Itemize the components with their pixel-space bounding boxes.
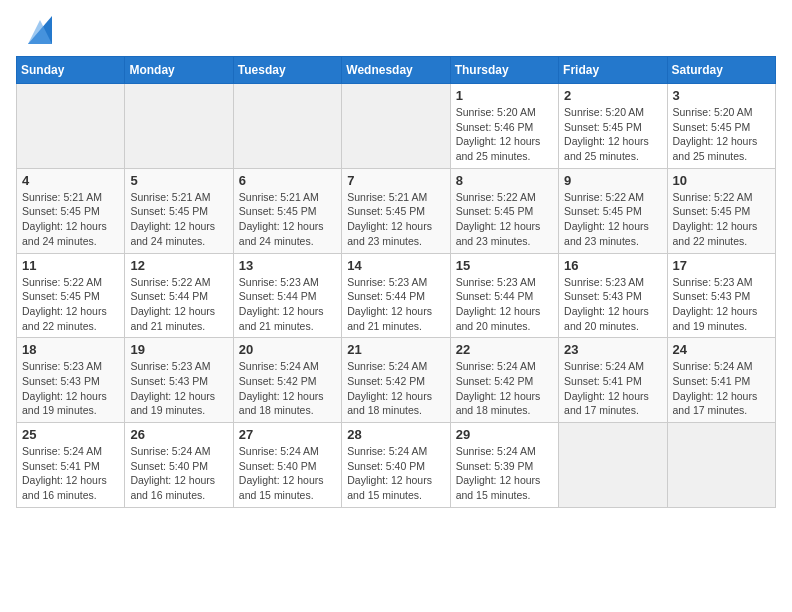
day-detail: Sunrise: 5:23 AMSunset: 5:43 PMDaylight:…: [22, 359, 119, 418]
calendar-cell: 5Sunrise: 5:21 AMSunset: 5:45 PMDaylight…: [125, 168, 233, 253]
day-number: 1: [456, 88, 553, 103]
day-number: 19: [130, 342, 227, 357]
day-number: 16: [564, 258, 661, 273]
calendar-table: SundayMondayTuesdayWednesdayThursdayFrid…: [16, 56, 776, 508]
day-detail: Sunrise: 5:24 AMSunset: 5:41 PMDaylight:…: [673, 359, 770, 418]
day-number: 3: [673, 88, 770, 103]
day-detail: Sunrise: 5:24 AMSunset: 5:39 PMDaylight:…: [456, 444, 553, 503]
day-detail: Sunrise: 5:24 AMSunset: 5:40 PMDaylight:…: [347, 444, 444, 503]
day-detail: Sunrise: 5:23 AMSunset: 5:43 PMDaylight:…: [673, 275, 770, 334]
calendar-cell: 6Sunrise: 5:21 AMSunset: 5:45 PMDaylight…: [233, 168, 341, 253]
day-detail: Sunrise: 5:23 AMSunset: 5:44 PMDaylight:…: [456, 275, 553, 334]
day-detail: Sunrise: 5:23 AMSunset: 5:44 PMDaylight:…: [239, 275, 336, 334]
weekday-header-monday: Monday: [125, 57, 233, 84]
day-number: 28: [347, 427, 444, 442]
weekday-header-wednesday: Wednesday: [342, 57, 450, 84]
calendar-cell: 16Sunrise: 5:23 AMSunset: 5:43 PMDayligh…: [559, 253, 667, 338]
calendar-cell: [17, 84, 125, 169]
day-detail: Sunrise: 5:22 AMSunset: 5:44 PMDaylight:…: [130, 275, 227, 334]
day-number: 18: [22, 342, 119, 357]
weekday-header-sunday: Sunday: [17, 57, 125, 84]
day-detail: Sunrise: 5:20 AMSunset: 5:45 PMDaylight:…: [673, 105, 770, 164]
weekday-header-saturday: Saturday: [667, 57, 775, 84]
calendar-cell: 3Sunrise: 5:20 AMSunset: 5:45 PMDaylight…: [667, 84, 775, 169]
calendar-cell: [233, 84, 341, 169]
day-detail: Sunrise: 5:22 AMSunset: 5:45 PMDaylight:…: [22, 275, 119, 334]
weekday-header-tuesday: Tuesday: [233, 57, 341, 84]
day-detail: Sunrise: 5:21 AMSunset: 5:45 PMDaylight:…: [22, 190, 119, 249]
day-number: 25: [22, 427, 119, 442]
day-detail: Sunrise: 5:24 AMSunset: 5:41 PMDaylight:…: [22, 444, 119, 503]
weekday-header-thursday: Thursday: [450, 57, 558, 84]
weekday-header-friday: Friday: [559, 57, 667, 84]
day-number: 2: [564, 88, 661, 103]
day-detail: Sunrise: 5:22 AMSunset: 5:45 PMDaylight:…: [673, 190, 770, 249]
calendar-cell: [667, 423, 775, 508]
calendar-cell: 13Sunrise: 5:23 AMSunset: 5:44 PMDayligh…: [233, 253, 341, 338]
day-number: 12: [130, 258, 227, 273]
calendar-cell: 7Sunrise: 5:21 AMSunset: 5:45 PMDaylight…: [342, 168, 450, 253]
calendar-cell: 15Sunrise: 5:23 AMSunset: 5:44 PMDayligh…: [450, 253, 558, 338]
calendar-cell: 14Sunrise: 5:23 AMSunset: 5:44 PMDayligh…: [342, 253, 450, 338]
week-row-2: 11Sunrise: 5:22 AMSunset: 5:45 PMDayligh…: [17, 253, 776, 338]
calendar-cell: 22Sunrise: 5:24 AMSunset: 5:42 PMDayligh…: [450, 338, 558, 423]
calendar-cell: 18Sunrise: 5:23 AMSunset: 5:43 PMDayligh…: [17, 338, 125, 423]
day-number: 10: [673, 173, 770, 188]
day-number: 14: [347, 258, 444, 273]
calendar-cell: 28Sunrise: 5:24 AMSunset: 5:40 PMDayligh…: [342, 423, 450, 508]
weekday-header-row: SundayMondayTuesdayWednesdayThursdayFrid…: [17, 57, 776, 84]
calendar-cell: 25Sunrise: 5:24 AMSunset: 5:41 PMDayligh…: [17, 423, 125, 508]
day-number: 27: [239, 427, 336, 442]
header: [16, 16, 776, 44]
day-detail: Sunrise: 5:21 AMSunset: 5:45 PMDaylight:…: [130, 190, 227, 249]
logo: [16, 16, 52, 44]
calendar-cell: 12Sunrise: 5:22 AMSunset: 5:44 PMDayligh…: [125, 253, 233, 338]
day-number: 15: [456, 258, 553, 273]
calendar-cell: 23Sunrise: 5:24 AMSunset: 5:41 PMDayligh…: [559, 338, 667, 423]
calendar-cell: 26Sunrise: 5:24 AMSunset: 5:40 PMDayligh…: [125, 423, 233, 508]
day-number: 9: [564, 173, 661, 188]
calendar-cell: 11Sunrise: 5:22 AMSunset: 5:45 PMDayligh…: [17, 253, 125, 338]
day-detail: Sunrise: 5:24 AMSunset: 5:42 PMDaylight:…: [239, 359, 336, 418]
day-number: 4: [22, 173, 119, 188]
calendar-cell: 19Sunrise: 5:23 AMSunset: 5:43 PMDayligh…: [125, 338, 233, 423]
day-detail: Sunrise: 5:24 AMSunset: 5:42 PMDaylight:…: [456, 359, 553, 418]
day-detail: Sunrise: 5:24 AMSunset: 5:42 PMDaylight:…: [347, 359, 444, 418]
calendar-cell: 17Sunrise: 5:23 AMSunset: 5:43 PMDayligh…: [667, 253, 775, 338]
day-number: 21: [347, 342, 444, 357]
week-row-4: 25Sunrise: 5:24 AMSunset: 5:41 PMDayligh…: [17, 423, 776, 508]
calendar-cell: 1Sunrise: 5:20 AMSunset: 5:46 PMDaylight…: [450, 84, 558, 169]
calendar-cell: [559, 423, 667, 508]
day-detail: Sunrise: 5:22 AMSunset: 5:45 PMDaylight:…: [564, 190, 661, 249]
day-detail: Sunrise: 5:20 AMSunset: 5:45 PMDaylight:…: [564, 105, 661, 164]
week-row-1: 4Sunrise: 5:21 AMSunset: 5:45 PMDaylight…: [17, 168, 776, 253]
day-detail: Sunrise: 5:23 AMSunset: 5:44 PMDaylight:…: [347, 275, 444, 334]
calendar-cell: [125, 84, 233, 169]
calendar-cell: 21Sunrise: 5:24 AMSunset: 5:42 PMDayligh…: [342, 338, 450, 423]
day-detail: Sunrise: 5:23 AMSunset: 5:43 PMDaylight:…: [130, 359, 227, 418]
day-detail: Sunrise: 5:21 AMSunset: 5:45 PMDaylight:…: [239, 190, 336, 249]
day-number: 22: [456, 342, 553, 357]
week-row-3: 18Sunrise: 5:23 AMSunset: 5:43 PMDayligh…: [17, 338, 776, 423]
calendar-cell: 8Sunrise: 5:22 AMSunset: 5:45 PMDaylight…: [450, 168, 558, 253]
day-number: 8: [456, 173, 553, 188]
calendar-cell: 24Sunrise: 5:24 AMSunset: 5:41 PMDayligh…: [667, 338, 775, 423]
day-number: 17: [673, 258, 770, 273]
day-detail: Sunrise: 5:24 AMSunset: 5:40 PMDaylight:…: [130, 444, 227, 503]
calendar-cell: 29Sunrise: 5:24 AMSunset: 5:39 PMDayligh…: [450, 423, 558, 508]
day-detail: Sunrise: 5:23 AMSunset: 5:43 PMDaylight:…: [564, 275, 661, 334]
calendar-cell: 20Sunrise: 5:24 AMSunset: 5:42 PMDayligh…: [233, 338, 341, 423]
day-number: 24: [673, 342, 770, 357]
week-row-0: 1Sunrise: 5:20 AMSunset: 5:46 PMDaylight…: [17, 84, 776, 169]
day-detail: Sunrise: 5:22 AMSunset: 5:45 PMDaylight:…: [456, 190, 553, 249]
day-number: 6: [239, 173, 336, 188]
calendar-cell: 2Sunrise: 5:20 AMSunset: 5:45 PMDaylight…: [559, 84, 667, 169]
calendar-cell: 10Sunrise: 5:22 AMSunset: 5:45 PMDayligh…: [667, 168, 775, 253]
day-number: 5: [130, 173, 227, 188]
day-number: 11: [22, 258, 119, 273]
day-number: 13: [239, 258, 336, 273]
day-number: 29: [456, 427, 553, 442]
day-detail: Sunrise: 5:24 AMSunset: 5:41 PMDaylight:…: [564, 359, 661, 418]
calendar-cell: 4Sunrise: 5:21 AMSunset: 5:45 PMDaylight…: [17, 168, 125, 253]
day-detail: Sunrise: 5:20 AMSunset: 5:46 PMDaylight:…: [456, 105, 553, 164]
